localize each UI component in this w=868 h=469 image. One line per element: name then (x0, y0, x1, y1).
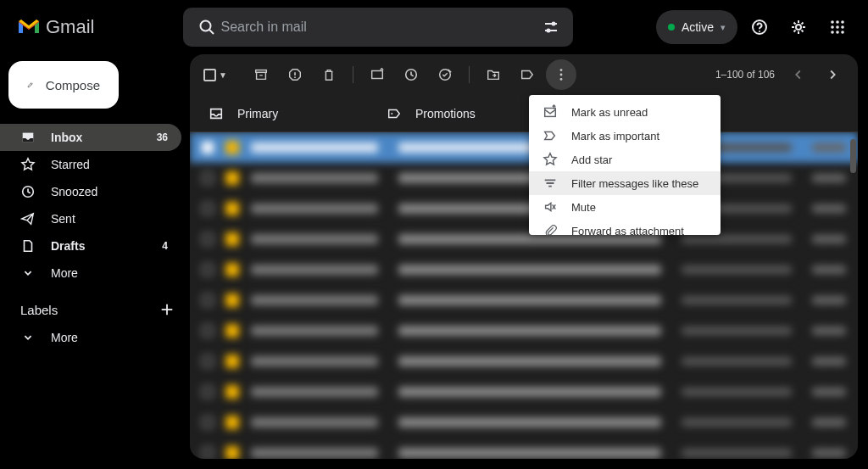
mail-row[interactable] (190, 254, 858, 285)
menu-important[interactable]: Mark as important (529, 124, 721, 148)
inbox-icon (209, 106, 224, 121)
app-name: Gmail (46, 16, 94, 38)
move-to-button[interactable] (478, 59, 509, 90)
mail-row[interactable] (190, 438, 858, 459)
mail-row[interactable] (190, 407, 858, 438)
nav-label: Starred (51, 158, 90, 171)
search-input[interactable] (219, 19, 537, 36)
status-label: Active (682, 20, 714, 34)
nav-count: 4 (162, 240, 168, 252)
menu-label: Mark as important (571, 130, 659, 142)
mail-row[interactable] (190, 163, 858, 193)
prev-page-button[interactable] (783, 59, 814, 90)
add-task-button[interactable] (430, 59, 460, 90)
menu-unread[interactable]: Mark as unread (529, 100, 721, 124)
chevron-down-icon (20, 330, 36, 345)
nav-more[interactable]: More (0, 260, 181, 287)
inbox-icon (20, 130, 36, 145)
status-dot-icon (668, 24, 675, 31)
settings-gear-icon[interactable] (782, 10, 815, 44)
mail-row[interactable] (190, 224, 858, 254)
sidebar: Compose Inbox36StarredSnoozedSentDrafts4… (0, 54, 190, 469)
scrollbar-thumb[interactable] (850, 139, 856, 173)
mark-unread-button[interactable] (362, 59, 392, 90)
nav-inbox[interactable]: Inbox36 (0, 124, 181, 151)
star-icon (20, 157, 36, 172)
search-icon (195, 10, 219, 44)
add-label-icon[interactable] (159, 302, 175, 317)
file-icon (20, 238, 36, 254)
mail-row[interactable] (190, 132, 858, 163)
nav-count: 36 (157, 131, 168, 143)
archive-button[interactable] (246, 59, 276, 90)
nav-sent[interactable]: Sent (0, 205, 181, 232)
chev-icon (20, 265, 36, 281)
send-icon (20, 211, 36, 226)
menu-label: Filter messages like these (571, 177, 698, 190)
page-info: 1–100 of 106 (715, 69, 775, 81)
more-actions-button[interactable] (546, 59, 576, 90)
attach-icon (542, 223, 558, 235)
star-icon (542, 152, 558, 167)
labels-more[interactable]: More (0, 324, 181, 351)
tab-primary[interactable]: Primary (198, 95, 376, 132)
select-all-checkbox[interactable]: ▼ (200, 59, 231, 90)
status-chip[interactable]: Active ▾ (656, 10, 737, 44)
tag-icon (387, 106, 402, 121)
tab-primary-label: Primary (237, 107, 278, 120)
menu-filter[interactable]: Filter messages like these (529, 171, 721, 195)
nav-label: Snoozed (51, 185, 97, 198)
pencil-icon (27, 75, 34, 94)
mail-toolbar: ▼ 1–100 of 106 (190, 54, 858, 95)
nav-snoozed[interactable]: Snoozed (0, 178, 181, 205)
apps-grid-icon[interactable] (821, 10, 854, 44)
menu-mute[interactable]: Mute (529, 195, 721, 219)
mail-row[interactable] (190, 315, 858, 346)
labels-more-label: More (51, 331, 78, 344)
mail-list[interactable] (190, 132, 858, 459)
labels-title: Labels (20, 303, 58, 317)
nav-drafts[interactable]: Drafts4 (0, 232, 181, 260)
category-tabs: Primary Promotions (190, 95, 858, 132)
more-actions-menu: Mark as unreadMark as importantAdd starF… (529, 95, 721, 235)
help-icon[interactable] (743, 10, 776, 44)
filter-icon (542, 176, 558, 191)
compose-label: Compose (46, 78, 100, 92)
mail-row[interactable] (190, 346, 858, 377)
nav-starred[interactable]: Starred (0, 151, 181, 178)
tab-promotions-label: Promotions (415, 107, 476, 120)
menu-label: Mute (571, 201, 596, 214)
app-header: Gmail Active ▾ (0, 0, 868, 54)
labels-button[interactable] (512, 59, 542, 90)
content-panel: ▼ 1–100 of 106 Primary (190, 54, 858, 459)
nav-label: Inbox (51, 131, 82, 144)
mute-icon (542, 199, 558, 215)
gmail-logo[interactable]: Gmail (17, 16, 94, 38)
nav-label: Drafts (51, 239, 85, 253)
nav-label: Sent (51, 212, 75, 226)
mail-row[interactable] (190, 377, 858, 407)
menu-star[interactable]: Add star (529, 148, 721, 171)
next-page-button[interactable] (817, 59, 848, 90)
report-spam-button[interactable] (280, 59, 310, 90)
snooze-button[interactable] (396, 59, 426, 90)
nav-label: More (51, 266, 78, 280)
search-options-icon[interactable] (537, 10, 565, 44)
mail-row[interactable] (190, 285, 858, 315)
tab-promotions[interactable]: Promotions (376, 95, 554, 132)
unread-icon (542, 104, 558, 120)
compose-button[interactable]: Compose (8, 61, 119, 109)
mail-row[interactable] (190, 193, 858, 224)
clock-icon (20, 184, 36, 199)
delete-button[interactable] (314, 59, 344, 90)
search-bar[interactable] (183, 8, 573, 47)
menu-attach[interactable]: Forward as attachment (529, 219, 721, 235)
menu-label: Forward as attachment (571, 225, 684, 236)
menu-label: Mark as unread (571, 106, 648, 119)
important-icon (542, 128, 558, 143)
labels-header: Labels (0, 287, 190, 324)
menu-label: Add star (571, 154, 612, 166)
chevron-down-icon: ▾ (721, 22, 726, 33)
